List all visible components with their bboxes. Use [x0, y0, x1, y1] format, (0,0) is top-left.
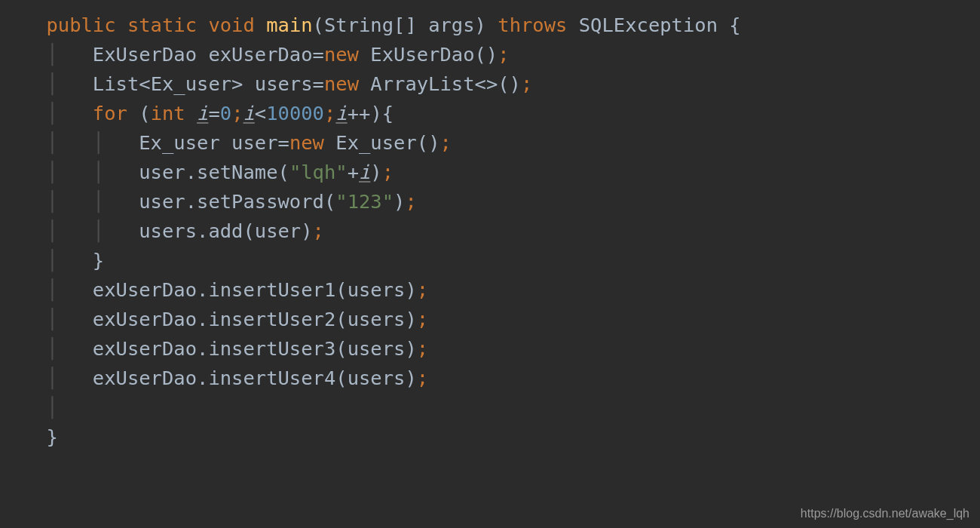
punct: ) [370, 161, 381, 183]
punct-semi: ; [382, 161, 394, 183]
num-10000: 10000 [266, 102, 324, 124]
punct-semi: ; [313, 219, 324, 242]
punct: = [313, 43, 324, 66]
punct: ( [335, 278, 347, 301]
punct: ) [510, 72, 521, 95]
type-exuser: Ex_user [151, 72, 231, 95]
punct: = [313, 72, 324, 95]
ident-i: i [335, 102, 347, 124]
punct-semi: ; [417, 308, 428, 330]
punct: ) [428, 131, 439, 154]
punct: ( [335, 337, 347, 360]
punct: ) [394, 190, 405, 213]
method-insertuser4: insertUser4 [208, 367, 335, 389]
ident-user: user [255, 219, 301, 242]
indent-guide: │ [46, 396, 57, 419]
indent-guide: │ [46, 72, 57, 95]
type-arraylist: ArrayList [370, 72, 474, 95]
indent-guide: │ [46, 161, 57, 183]
ident-users: users [348, 308, 406, 330]
punct: < [139, 72, 150, 95]
punct: ( [335, 367, 347, 389]
ident-users: users [348, 337, 406, 360]
indent-guide: │ [46, 308, 57, 330]
indent-guide: │ [46, 337, 57, 360]
method-setpassword: setPassword [197, 190, 324, 213]
ident-users: users [348, 278, 406, 301]
punct: . [185, 190, 197, 213]
indent-guide: │ [46, 249, 57, 272]
punct-semi: ; [417, 278, 428, 301]
str-lqh: "lqh" [289, 161, 348, 183]
indent-guide: │ [46, 102, 57, 124]
ident-users: users [348, 367, 406, 389]
punct: ( [417, 131, 428, 154]
type-exuserdao: ExUserDao [93, 43, 197, 66]
ident-user: user [139, 190, 185, 213]
type-sqlexception: SQLException [579, 14, 718, 36]
ident-i: i [197, 102, 208, 124]
ident-exuserdao: exUserDao [93, 367, 197, 389]
punct: ( [498, 72, 509, 95]
punct: = [278, 131, 289, 154]
punct: . [197, 367, 208, 389]
punct: ( [139, 102, 150, 124]
punct: } [46, 425, 57, 448]
punct-semi: ; [324, 102, 335, 124]
type-string-array: String[] [324, 14, 417, 36]
punct: . [197, 278, 208, 301]
punct: + [348, 161, 359, 183]
method-insertuser3: insertUser3 [208, 337, 335, 360]
punct: ) [405, 278, 416, 301]
punct: > [231, 72, 243, 95]
ident-exuserdao: exUserDao [93, 337, 197, 360]
indent-guide: │ [46, 131, 57, 154]
punct: ) [405, 367, 416, 389]
ident-i: i [243, 102, 254, 124]
punct: { [382, 102, 394, 124]
ident-exuserdao: exUserDao [208, 43, 312, 66]
punct: . [197, 219, 208, 242]
punct: ) [370, 102, 381, 124]
indent-guide: │ [93, 219, 104, 242]
punct-semi: ; [498, 43, 509, 66]
ident-users: users [139, 219, 197, 242]
indent-guide: │ [46, 278, 57, 301]
indent-guide: │ [46, 367, 57, 389]
type-exuser: Ex_user [139, 131, 219, 154]
punct: ++ [348, 102, 371, 124]
ident-exuserdao: exUserDao [93, 278, 197, 301]
punct: ( [243, 219, 254, 242]
punct-semi: ; [231, 102, 243, 124]
fn-main: main [266, 14, 312, 36]
punct: ( [335, 308, 347, 330]
punct: . [197, 308, 208, 330]
indent-guide: │ [46, 43, 57, 66]
method-setname: setName [197, 161, 277, 183]
punct: ( [324, 190, 335, 213]
punct: ( [313, 14, 324, 36]
punct: <> [475, 72, 498, 95]
punct: ( [475, 43, 486, 66]
kw-new: new [289, 131, 324, 154]
punct: = [208, 102, 219, 124]
indent-guide: │ [93, 190, 104, 213]
indent-guide: │ [93, 131, 104, 154]
kw-static: static [127, 14, 197, 36]
method-insertuser2: insertUser2 [208, 308, 335, 330]
kw-new: new [324, 43, 359, 66]
num-0: 0 [220, 102, 231, 124]
kw-void: void [208, 14, 254, 36]
indent-guide: │ [46, 190, 57, 213]
ident-exuserdao: exUserDao [93, 308, 197, 330]
punct-semi: ; [439, 131, 451, 154]
punct: { [729, 14, 740, 36]
ident-args: args [428, 14, 474, 36]
code-block: public static void main(String[] args) t… [0, 0, 980, 452]
ident-users: users [255, 72, 313, 95]
kw-int: int [151, 102, 185, 124]
ident-user: user [231, 131, 277, 154]
type-exuser: Ex_user [335, 131, 416, 154]
punct: < [255, 102, 266, 124]
punct-semi: ; [417, 337, 428, 360]
